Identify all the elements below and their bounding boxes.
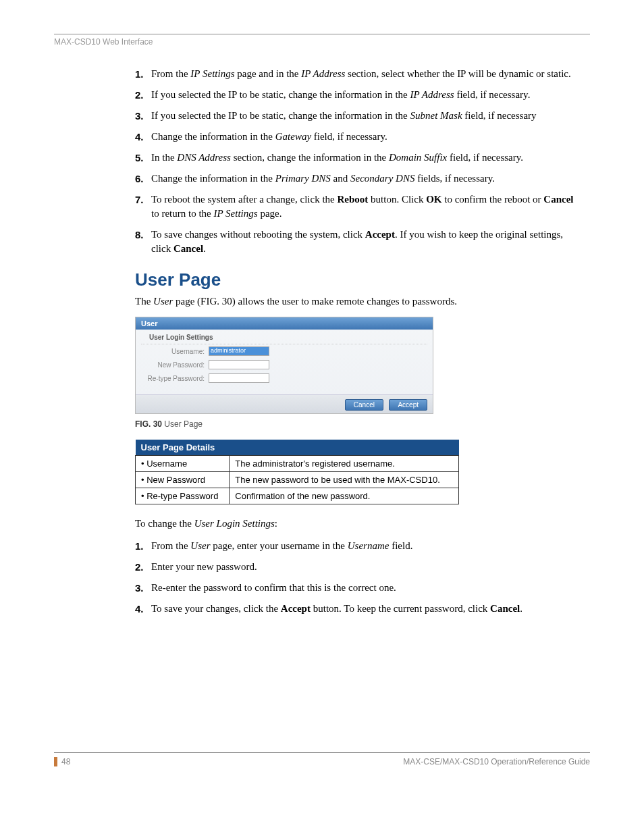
figure-label: Re-type Password:	[144, 375, 209, 382]
step-body: To save changes without rebooting the sy…	[151, 228, 576, 256]
section-heading: User Page	[135, 269, 576, 290]
figure-subhead: User Login Settings	[141, 330, 427, 344]
step-num: 1.	[135, 67, 151, 81]
section-intro: The User page (FIG. 30) allows the user …	[135, 294, 576, 309]
footer-accent-bar	[54, 757, 57, 766]
step-body: If you selected the IP to be static, cha…	[151, 109, 576, 123]
step-body: To save your changes, click the Accept b…	[151, 602, 576, 616]
step-num: 4.	[135, 130, 151, 144]
table-row: • Re-type PasswordConfirmation of the ne…	[136, 488, 459, 504]
figure-label: New Password:	[144, 361, 209, 369]
table-row: • UsernameThe administrator's registered…	[136, 456, 459, 472]
step-body: From the User page, enter your username …	[151, 539, 576, 553]
username-field[interactable]: administrator	[209, 346, 269, 356]
step-num: 3.	[135, 109, 151, 123]
page-number: 48	[61, 757, 70, 766]
step-body: If you selected the IP to be static, cha…	[151, 88, 576, 102]
figure-label: Username:	[144, 348, 209, 355]
step-body: Change the information in the Primary DN…	[151, 172, 576, 186]
step-body: To reboot the system after a change, cli…	[151, 192, 576, 221]
running-header: MAX-CSD10 Web Interface	[54, 37, 590, 47]
step-num: 8.	[135, 228, 151, 256]
step-body: From the IP Settings page and in the IP …	[151, 67, 576, 81]
figure-caption: FIG. 30 User Page	[135, 419, 576, 429]
step-num: 7.	[135, 192, 151, 221]
step-body: In the DNS Address section, change the i…	[151, 151, 576, 165]
user-page-details-table: User Page Details • UsernameThe administ…	[135, 440, 459, 504]
change-intro: To change the User Login Settings:	[135, 517, 576, 531]
footer-guide-title: MAX-CSE/MAX-CSD10 Operation/Reference Gu…	[403, 757, 590, 766]
accept-button[interactable]: Accept	[389, 399, 427, 411]
figure-titlebar: User	[136, 317, 433, 330]
step-num: 1.	[135, 539, 151, 553]
step-num: 2.	[135, 88, 151, 102]
step-num: 4.	[135, 602, 151, 616]
retype-password-field[interactable]	[209, 373, 269, 383]
table-header: User Page Details	[136, 440, 459, 456]
cancel-button[interactable]: Cancel	[345, 399, 383, 411]
step-body: Change the information in the Gateway fi…	[151, 130, 576, 144]
step-num: 3.	[135, 581, 151, 595]
step-num: 2.	[135, 560, 151, 574]
page-footer: 48 MAX-CSE/MAX-CSD10 Operation/Reference…	[54, 752, 590, 766]
step-num: 5.	[135, 151, 151, 165]
user-login-steps-list: 1.From the User page, enter your usernam…	[135, 539, 576, 616]
figure-user-page: User User Login Settings Username:admini…	[135, 317, 433, 414]
table-row: • New PasswordThe new password to be use…	[136, 472, 459, 488]
ip-steps-list: 1.From the IP Settings page and in the I…	[135, 67, 576, 256]
step-num: 6.	[135, 172, 151, 186]
new-password-field[interactable]	[209, 360, 269, 369]
step-body: Re-enter the password to confirm that th…	[151, 581, 576, 595]
step-body: Enter your new password.	[151, 560, 576, 574]
